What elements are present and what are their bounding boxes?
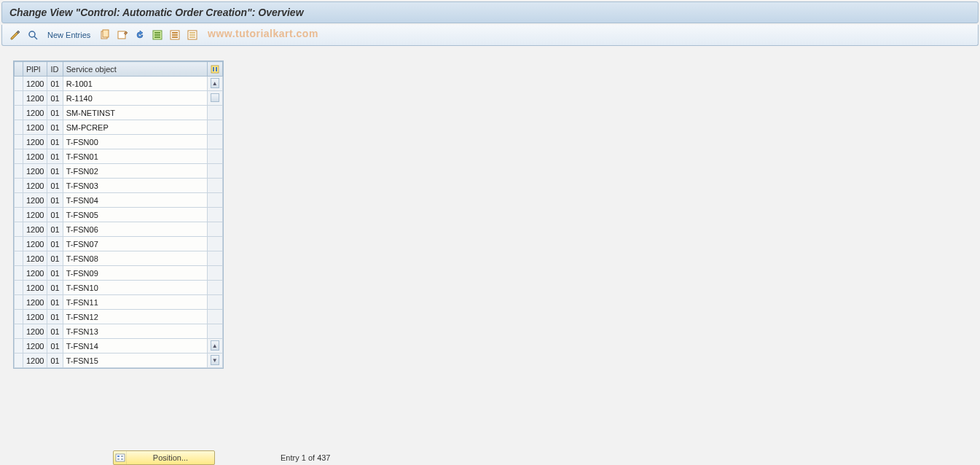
table-row[interactable]: 120001T-FSN09 [15,266,223,281]
cell-id[interactable]: 01 [47,353,63,368]
scroll-track[interactable] [207,193,222,208]
row-selector[interactable] [15,339,23,353]
cell-pipi[interactable]: 1200 [23,251,47,266]
scroll-up-page-button[interactable]: ▲ [207,339,222,353]
change-display-icon[interactable] [8,28,23,42]
cell-service-object[interactable]: R-1140 [63,91,207,106]
cell-pipi[interactable]: 1200 [23,339,47,353]
row-selector[interactable] [15,193,23,208]
scroll-track[interactable] [207,106,222,120]
cell-service-object[interactable]: T-FSN05 [63,208,207,222]
cell-id[interactable]: 01 [47,310,63,324]
row-selector[interactable] [15,77,23,91]
cell-pipi[interactable]: 1200 [23,353,47,368]
column-header-id[interactable]: ID [47,62,63,77]
cell-service-object[interactable]: SM-PCREP [63,120,207,135]
copy-icon[interactable] [98,28,112,42]
scroll-track[interactable] [207,266,222,281]
cell-service-object[interactable]: T-FSN11 [63,295,207,310]
table-row[interactable]: 120001T-FSN15▼ [15,353,223,368]
scroll-track[interactable] [207,120,222,135]
cell-id[interactable]: 01 [47,106,63,120]
find-icon[interactable] [26,28,40,42]
cell-id[interactable]: 01 [47,281,63,295]
cell-service-object[interactable]: T-FSN14 [63,339,207,353]
undo-icon[interactable] [133,28,147,42]
cell-pipi[interactable]: 1200 [23,135,47,149]
cell-id[interactable]: 01 [47,266,63,281]
table-row[interactable]: 120001T-FSN12 [15,310,223,324]
row-selector[interactable] [15,179,23,193]
cell-id[interactable]: 01 [47,149,63,164]
cell-pipi[interactable]: 1200 [23,149,47,164]
cell-service-object[interactable]: T-FSN10 [63,281,207,295]
cell-pipi[interactable]: 1200 [23,222,47,237]
table-row[interactable]: 120001T-FSN05 [15,208,223,222]
table-row[interactable]: 120001T-FSN07 [15,237,223,251]
cell-service-object[interactable]: T-FSN13 [63,324,207,339]
cell-pipi[interactable]: 1200 [23,310,47,324]
table-row[interactable]: 120001T-FSN01 [15,149,223,164]
scroll-track[interactable] [207,179,222,193]
cell-service-object[interactable]: T-FSN01 [63,149,207,164]
scroll-track[interactable] [207,208,222,222]
row-selector[interactable] [15,251,23,266]
cell-pipi[interactable]: 1200 [23,106,47,120]
cell-id[interactable]: 01 [47,295,63,310]
row-selector[interactable] [15,237,23,251]
row-selector[interactable] [15,310,23,324]
deselect-all-icon[interactable] [185,28,200,42]
cell-pipi[interactable]: 1200 [23,77,47,91]
row-selector[interactable] [15,120,23,135]
cell-service-object[interactable]: T-FSN15 [63,353,207,368]
column-header-service-object[interactable]: Service object [63,62,207,77]
table-row[interactable]: 120001T-FSN08 [15,251,223,266]
select-all-icon[interactable] [150,28,165,42]
scroll-track[interactable] [207,295,222,310]
cell-service-object[interactable]: T-FSN00 [63,135,207,149]
new-entries-button[interactable]: New Entries [43,28,95,42]
cell-id[interactable]: 01 [47,91,63,106]
cell-id[interactable]: 01 [47,324,63,339]
table-row[interactable]: 120001SM-NETINST [15,106,223,120]
cell-service-object[interactable]: T-FSN08 [63,251,207,266]
table-row[interactable]: 120001SM-PCREP [15,120,223,135]
column-header-pipi[interactable]: PlPl [23,62,47,77]
table-row[interactable]: 120001R-1140 [15,91,223,106]
row-selector-header[interactable] [15,62,23,77]
cell-pipi[interactable]: 1200 [23,295,47,310]
row-selector[interactable] [15,208,23,222]
cell-service-object[interactable]: T-FSN02 [63,164,207,179]
cell-service-object[interactable]: T-FSN09 [63,266,207,281]
scroll-track[interactable] [207,324,222,339]
cell-id[interactable]: 01 [47,222,63,237]
position-button[interactable]: Position... [113,450,215,465]
row-selector[interactable] [15,353,23,368]
scroll-down-button[interactable]: ▼ [207,353,222,368]
row-selector[interactable] [15,91,23,106]
cell-pipi[interactable]: 1200 [23,179,47,193]
scroll-track[interactable] [207,222,222,237]
cell-id[interactable]: 01 [47,208,63,222]
row-selector[interactable] [15,106,23,120]
row-selector[interactable] [15,324,23,339]
delete-icon[interactable] [115,28,130,42]
scroll-thumb[interactable] [207,91,222,106]
cell-pipi[interactable]: 1200 [23,208,47,222]
scroll-track[interactable] [207,237,222,251]
cell-pipi[interactable]: 1200 [23,120,47,135]
cell-id[interactable]: 01 [47,193,63,208]
cell-id[interactable]: 01 [47,251,63,266]
scroll-track[interactable] [207,310,222,324]
cell-pipi[interactable]: 1200 [23,281,47,295]
table-row[interactable]: 120001T-FSN14▲ [15,339,223,353]
row-selector[interactable] [15,164,23,179]
cell-id[interactable]: 01 [47,164,63,179]
table-row[interactable]: 120001T-FSN03 [15,179,223,193]
cell-id[interactable]: 01 [47,339,63,353]
cell-pipi[interactable]: 1200 [23,164,47,179]
scroll-track[interactable] [207,135,222,149]
cell-pipi[interactable]: 1200 [23,266,47,281]
cell-service-object[interactable]: T-FSN06 [63,222,207,237]
scroll-up-button[interactable]: ▲ [207,77,222,91]
